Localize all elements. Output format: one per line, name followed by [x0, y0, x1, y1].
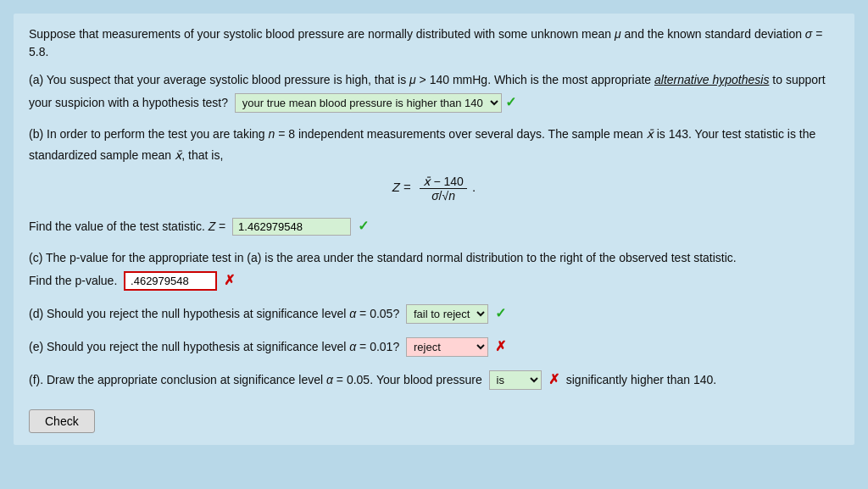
part-e-answer-group: reject fail to reject ✗	[406, 335, 506, 359]
part-a-select[interactable]: your true mean blood pressure is higher …	[235, 93, 502, 113]
part-c-status: ✗	[220, 273, 235, 287]
part-f: (f). Draw the appropriate conclusion at …	[29, 368, 839, 392]
part-b2-prompt: Find the value of the test statistic. Z …	[29, 219, 229, 233]
part-b: (b) In order to perform the test you are…	[29, 124, 839, 166]
formula-fraction: x̄ − 140 σ/√n	[420, 175, 467, 203]
part-f-status: ✗	[545, 368, 559, 392]
formula-block: Z = x̄ − 140 σ/√n .	[29, 175, 839, 203]
part-c-prompt: Find the p-value.	[29, 274, 120, 287]
part-f-text1: (f). Draw the appropriate conclusion at …	[29, 373, 489, 386]
formula-period: .	[472, 181, 476, 195]
formula-denominator: σ/√n	[428, 189, 459, 203]
part-e-status: ✗	[492, 335, 506, 359]
formula-numerator: x̄ − 140	[420, 175, 467, 189]
content-area: Suppose that measurements of your systol…	[14, 14, 854, 445]
part-a: (a) You suspect that your average systol…	[29, 69, 839, 115]
part-b2: Find the value of the test statistic. Z …	[29, 214, 839, 239]
part-e-select[interactable]: reject fail to reject	[406, 337, 488, 357]
part-e: (e) Should you reject the null hypothesi…	[29, 335, 839, 359]
intro-text: Suppose that measurements of your systol…	[29, 25, 839, 61]
part-a-status: ✓	[505, 91, 516, 115]
part-e-text: (e) Should you reject the null hypothesi…	[29, 340, 406, 353]
part-a-answer-group: your true mean blood pressure is higher …	[235, 91, 516, 115]
part-c-text: (c) The p-value for the appropriate test…	[29, 251, 737, 264]
part-d-select[interactable]: fail to reject reject	[406, 304, 488, 324]
part-c-input[interactable]	[124, 271, 217, 291]
part-f-text2: significantly higher than 140.	[563, 373, 716, 386]
part-b2-input[interactable]	[232, 218, 351, 236]
part-b-text: (b) In order to perform the test you are…	[29, 127, 815, 162]
check-button[interactable]: Check	[29, 409, 95, 433]
part-b2-status: ✓	[354, 219, 369, 233]
part-f-select[interactable]: is is not	[489, 370, 542, 390]
part-c: (c) The p-value for the appropriate test…	[29, 247, 839, 293]
part-f-answer-group: is is not ✗	[489, 368, 559, 392]
formula-z-label: Z =	[392, 181, 415, 195]
part-d-answer-group: fail to reject reject ✓	[406, 302, 506, 326]
part-d-status: ✓	[492, 302, 506, 326]
part-d-text: (d) Should you reject the null hypothesi…	[29, 307, 406, 320]
part-d: (d) Should you reject the null hypothesi…	[29, 302, 839, 326]
